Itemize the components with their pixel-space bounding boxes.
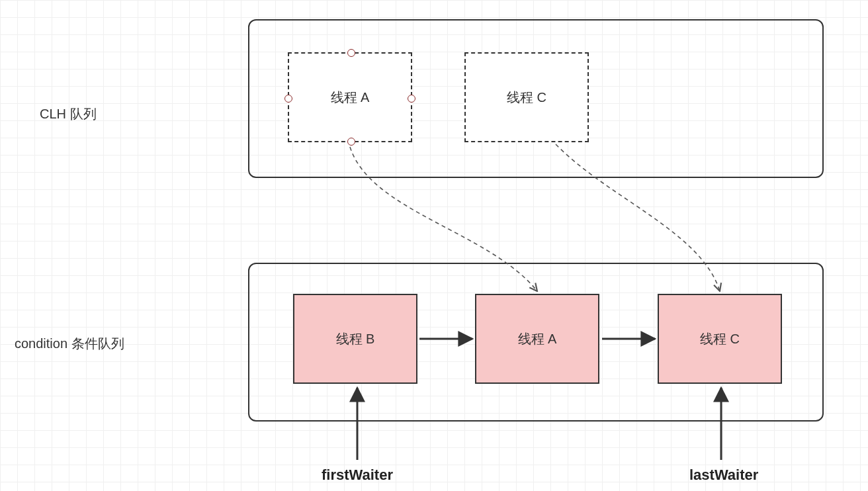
diagram-root: CLH 队列 condition 条件队列 线程 A 线程 C 线程 B 线程 … bbox=[0, 0, 868, 491]
port-top-icon bbox=[347, 49, 355, 57]
port-bottom-icon bbox=[347, 138, 355, 146]
last-waiter-label: lastWaiter bbox=[689, 467, 758, 484]
clh-node-c-label: 线程 C bbox=[507, 89, 546, 107]
condition-node-thread-c: 线程 C bbox=[658, 294, 782, 384]
condition-node-c-label: 线程 C bbox=[700, 330, 740, 348]
port-right-icon bbox=[408, 95, 415, 103]
clh-queue-label: CLH 队列 bbox=[40, 105, 97, 123]
clh-node-thread-c: 线程 C bbox=[464, 52, 589, 142]
port-left-icon bbox=[284, 95, 292, 103]
clh-node-thread-a: 线程 A bbox=[288, 52, 412, 142]
condition-node-a-label: 线程 A bbox=[518, 330, 557, 348]
first-waiter-label: firstWaiter bbox=[322, 467, 393, 484]
condition-queue-label: condition 条件队列 bbox=[15, 335, 124, 353]
condition-node-thread-a: 线程 A bbox=[475, 294, 599, 384]
condition-node-thread-b: 线程 B bbox=[293, 294, 417, 384]
clh-node-a-label: 线程 A bbox=[331, 89, 370, 107]
condition-node-b-label: 线程 B bbox=[336, 330, 375, 348]
